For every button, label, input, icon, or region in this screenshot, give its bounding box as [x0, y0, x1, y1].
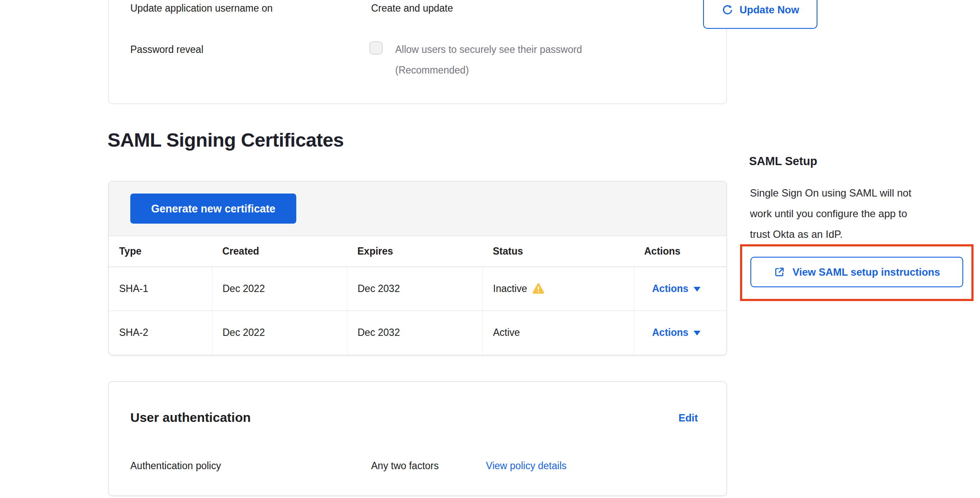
cert-expires-cell: Dec 2032 — [347, 267, 482, 310]
caret-down-icon — [694, 331, 700, 335]
cert-status-cell: Inactive — [482, 267, 634, 310]
refresh-icon — [722, 4, 734, 16]
column-header-actions: Actions — [634, 236, 726, 267]
caret-down-icon — [694, 287, 700, 292]
table-row: SHA-2 Dec 2022 Dec 2032 Active Actions — [109, 310, 726, 354]
external-link-icon — [774, 266, 785, 278]
password-reveal-recommended-note: (Recommended) — [395, 63, 469, 77]
user-auth-title: User authentication — [130, 410, 251, 425]
edit-link[interactable]: Edit — [679, 412, 698, 424]
cert-type-cell: SHA-1 — [109, 267, 212, 310]
cert-actions-cell: Actions — [634, 267, 726, 310]
app-settings-card: Update application username on Create an… — [108, 0, 727, 104]
cert-created-cell: Dec 2022 — [212, 267, 347, 310]
column-header-status: Status — [482, 236, 634, 267]
cert-expires-cell: Dec 2032 — [347, 310, 482, 354]
saml-setup-title: SAML Setup — [749, 155, 817, 168]
password-reveal-checkbox-label: Allow users to securely see their passwo… — [395, 43, 582, 56]
certificates-table: Type Created Expires Status Actions SHA-… — [109, 236, 726, 354]
cert-type-cell: SHA-2 — [109, 310, 212, 354]
column-header-type: Type — [109, 236, 212, 267]
password-reveal-label: Password reveal — [130, 43, 203, 56]
warning-icon — [532, 283, 544, 294]
actions-label: Actions — [652, 327, 688, 338]
saml-setup-description: Single Sign On using SAML will not work … — [750, 183, 911, 245]
auth-policy-label: Authentication policy — [130, 460, 221, 472]
cert-status-cell: Active — [482, 310, 634, 354]
generate-certificate-button[interactable]: Generate new certificate — [130, 194, 296, 224]
actions-dropdown[interactable]: Actions — [645, 283, 700, 295]
cert-actions-cell: Actions — [634, 310, 726, 354]
auth-policy-value: Any two factors — [371, 460, 439, 472]
update-now-label: Update Now — [740, 4, 799, 16]
actions-dropdown[interactable]: Actions — [645, 327, 700, 338]
page-title: SAML Signing Certificates — [108, 129, 344, 151]
view-policy-details-link[interactable]: View policy details — [486, 460, 567, 472]
view-saml-instructions-label: View SAML setup instructions — [793, 266, 940, 278]
status-text: Active — [493, 327, 520, 338]
okta-app-settings-page: Update application username on Create an… — [0, 0, 980, 498]
table-row: SHA-1 Dec 2022 Dec 2032 Inactive — [109, 267, 726, 310]
view-saml-instructions-button[interactable]: View SAML setup instructions — [750, 257, 963, 287]
status-text: Inactive — [493, 283, 527, 295]
table-header-row: Type Created Expires Status Actions — [109, 236, 726, 267]
certificates-card: Generate new certificate Type Created Ex… — [108, 181, 727, 355]
user-authentication-card: User authentication Edit Authentication … — [108, 381, 727, 496]
column-header-created: Created — [212, 236, 347, 267]
cert-created-cell: Dec 2022 — [212, 310, 347, 354]
update-now-button[interactable]: Update Now — [703, 0, 817, 29]
column-header-expires: Expires — [347, 236, 482, 267]
username-update-label: Update application username on — [130, 1, 273, 15]
password-reveal-checkbox[interactable] — [369, 41, 383, 55]
username-update-value: Create and update — [371, 1, 453, 15]
actions-label: Actions — [652, 283, 688, 295]
certificates-toolbar: Generate new certificate — [109, 181, 726, 236]
